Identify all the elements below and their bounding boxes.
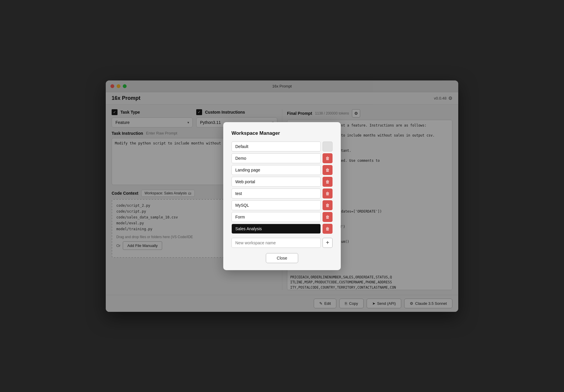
workspace-row-form: 🗑 bbox=[231, 212, 333, 222]
modal-title: Workspace Manager bbox=[231, 130, 333, 136]
workspace-delete-mysql[interactable]: 🗑 bbox=[323, 200, 333, 210]
workspace-input-webportal[interactable] bbox=[231, 177, 321, 187]
workspace-input-sales-analysis[interactable] bbox=[231, 224, 321, 234]
workspace-row-mysql: 🗑 bbox=[231, 200, 333, 210]
workspace-row-webportal: 🗑 bbox=[231, 177, 333, 187]
workspace-input-landing[interactable] bbox=[231, 165, 321, 175]
workspace-delete-test[interactable]: 🗑 bbox=[323, 189, 333, 198]
workspace-row-default bbox=[231, 142, 333, 152]
workspace-manager-modal: Workspace Manager 🗑 🗑 🗑 bbox=[223, 122, 341, 270]
add-workspace-button[interactable]: + bbox=[323, 238, 333, 248]
workspace-delete-form[interactable]: 🗑 bbox=[323, 212, 333, 222]
workspace-input-test[interactable] bbox=[231, 189, 321, 198]
workspace-row-test: 🗑 bbox=[231, 189, 333, 198]
workspace-row-landing: 🗑 bbox=[231, 165, 333, 175]
workspace-input-form[interactable] bbox=[231, 212, 321, 222]
workspace-delete-webportal[interactable]: 🗑 bbox=[323, 177, 333, 187]
workspace-ghost-btn-default bbox=[323, 142, 333, 152]
workspace-input-mysql[interactable] bbox=[231, 200, 321, 210]
workspace-delete-landing[interactable]: 🗑 bbox=[323, 165, 333, 175]
workspace-input-demo[interactable] bbox=[231, 153, 321, 163]
modal-footer: Close bbox=[231, 253, 333, 263]
workspace-list: 🗑 🗑 🗑 🗑 🗑 bbox=[231, 142, 333, 234]
new-workspace-input[interactable] bbox=[231, 238, 321, 248]
workspace-delete-sales-analysis[interactable]: 🗑 bbox=[323, 224, 333, 234]
workspace-delete-demo[interactable]: 🗑 bbox=[323, 153, 333, 163]
workspace-input-default[interactable] bbox=[231, 142, 321, 152]
workspace-row-demo: 🗑 bbox=[231, 153, 333, 163]
new-workspace-row: + bbox=[231, 238, 333, 248]
modal-close-button[interactable]: Close bbox=[266, 253, 298, 263]
workspace-row-sales-analysis: 🗑 bbox=[231, 224, 333, 234]
modal-overlay[interactable]: Workspace Manager 🗑 🗑 🗑 bbox=[0, 0, 564, 392]
